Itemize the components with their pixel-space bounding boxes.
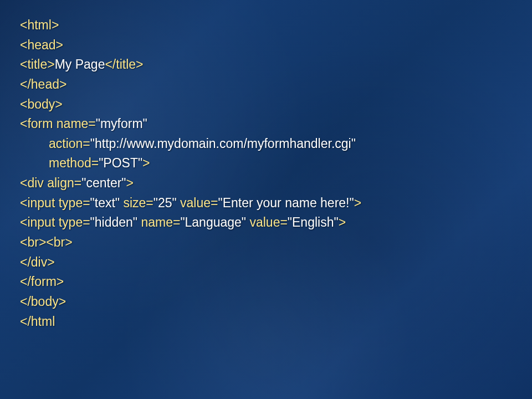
- attr-name: action=: [49, 136, 90, 151]
- tag-text: <br><br>: [20, 235, 73, 249]
- code-line-form-close: </form>: [20, 272, 512, 292]
- tag-end: >: [142, 156, 150, 170]
- tag-end: >: [126, 176, 134, 190]
- tag-text: </form>: [20, 274, 64, 289]
- code-line-input-text: <input type="text" size="25" value="Ente…: [20, 193, 512, 213]
- tag-part: <input type=: [20, 215, 90, 229]
- code-line-body-close: </body>: [20, 292, 512, 312]
- code-line-form-open-2: action="http://www.mydomain.com/myformha…: [20, 134, 512, 154]
- tag-close: </title>: [105, 57, 143, 71]
- attr-name: size=: [120, 196, 154, 210]
- tag-end: >: [354, 196, 361, 210]
- code-line-input-hidden: <input type="hidden" name="Language" val…: [20, 213, 512, 233]
- attr-value: "center": [81, 176, 126, 190]
- attr-value: "myform": [96, 116, 147, 131]
- tag-text: <body>: [20, 97, 63, 111]
- attr-name: method=: [49, 156, 99, 170]
- code-line-form-open-1: <form name="myform": [20, 114, 512, 134]
- tag-text: <head>: [20, 38, 63, 52]
- code-line-head-open: <head>: [20, 35, 512, 55]
- attr-name: name=: [137, 215, 180, 229]
- tag-open: <title>: [20, 57, 55, 71]
- attr-value: "English": [288, 215, 339, 229]
- code-line-html-close: </html: [20, 312, 512, 332]
- attr-value: "hidden": [90, 215, 137, 229]
- code-line-html-open: <html>: [20, 16, 512, 35]
- attr-name: value=: [177, 196, 218, 210]
- tag-text: </html: [20, 314, 55, 329]
- attr-value: "POST": [99, 156, 142, 170]
- tag-part: <div align=: [20, 176, 81, 190]
- attr-value: "Enter your name here!": [218, 196, 354, 210]
- code-line-body-open: <body>: [20, 95, 512, 115]
- attr-name: value=: [246, 215, 288, 229]
- title-text: My Page: [55, 57, 105, 71]
- code-line-head-close: </head>: [20, 75, 512, 95]
- code-line-form-open-3: method="POST">: [20, 154, 512, 173]
- tag-end: >: [339, 215, 346, 229]
- tag-text: </div>: [20, 255, 55, 269]
- tag-text: </head>: [20, 77, 66, 91]
- tag-text: </body>: [20, 294, 66, 309]
- attr-value: "http://www.mydomain.com/myformhandler.c…: [90, 136, 356, 151]
- tag-part: <input type=: [20, 196, 90, 210]
- code-line-title: <title>My Page</title>: [20, 55, 512, 75]
- tag-part: <form name=: [20, 116, 96, 131]
- code-line-br: <br><br>: [20, 233, 512, 253]
- code-line-div-open: <div align="center">: [20, 173, 512, 193]
- code-line-div-close: </div>: [20, 253, 512, 273]
- attr-value: "25": [154, 196, 177, 210]
- attr-value: "Language": [180, 215, 246, 229]
- attr-value: "text": [90, 196, 120, 210]
- tag-text: <html>: [20, 18, 59, 32]
